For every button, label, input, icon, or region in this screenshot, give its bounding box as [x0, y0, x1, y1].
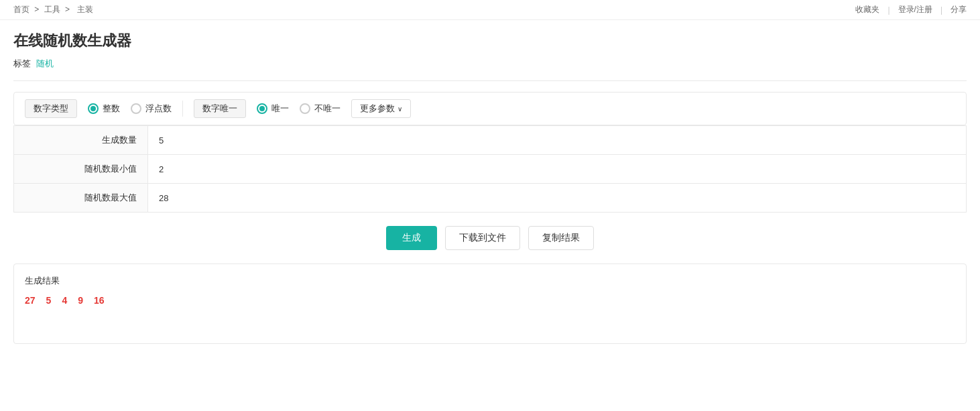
form-row-max: 随机数最大值 28 — [14, 184, 967, 213]
main-content: 在线随机数生成器 标签 随机 数字类型 整数 浮点数 数字唯一 唯一 — [0, 20, 980, 355]
radio-integer-text: 整数 — [103, 103, 120, 115]
form-row-count: 生成数量 5 — [14, 126, 967, 155]
radio-float-label[interactable]: 浮点数 — [131, 103, 172, 115]
result-number: 27 — [25, 295, 36, 306]
results-numbers: 2754916 — [25, 295, 955, 306]
result-number: 16 — [94, 295, 105, 306]
more-params-text: 更多参数 — [360, 103, 395, 115]
radio-unique-text: 唯一 — [271, 103, 289, 115]
breadcrumb-tools[interactable]: 工具 — [44, 5, 60, 14]
results-section: 生成结果 2754916 — [13, 263, 967, 344]
count-label: 生成数量 — [14, 126, 148, 155]
chevron-down-icon: ∨ — [397, 105, 402, 113]
tags-row: 标签 随机 — [13, 58, 967, 70]
radio-not-unique-label[interactable]: 不唯一 — [300, 103, 341, 115]
radio-not-unique-text: 不唯一 — [314, 103, 341, 115]
results-title: 生成结果 — [25, 275, 955, 287]
top-actions: 收藏夹 | 登录/注册 | 分享 — [855, 4, 967, 15]
min-label: 随机数最小值 — [14, 155, 148, 184]
top-bar: 首页 > 工具 > 主装 收藏夹 | 登录/注册 | 分享 — [0, 0, 980, 20]
radio-not-unique-circle — [300, 103, 310, 114]
copy-button[interactable]: 复制结果 — [528, 226, 594, 250]
max-value: 28 — [148, 184, 967, 213]
max-label: 随机数最大值 — [14, 184, 148, 213]
radio-float-text: 浮点数 — [145, 103, 172, 115]
download-button[interactable]: 下载到文件 — [445, 226, 520, 250]
action-share[interactable]: 分享 — [951, 4, 967, 15]
form-row-min: 随机数最小值 2 — [14, 155, 967, 184]
breadcrumb-home[interactable]: 首页 — [13, 5, 29, 14]
breadcrumb: 首页 > 工具 > 主装 — [13, 4, 96, 15]
form-table: 生成数量 5 随机数最小值 2 随机数最大值 28 — [13, 125, 967, 213]
generate-button[interactable]: 生成 — [386, 226, 437, 250]
radio-unique-circle — [257, 103, 267, 114]
breadcrumb-current: 主装 — [77, 5, 93, 14]
result-number: 4 — [62, 295, 67, 306]
count-value: 5 — [148, 126, 967, 155]
page-title: 在线随机数生成器 — [13, 31, 967, 51]
tag-random[interactable]: 随机 — [36, 58, 54, 70]
options-row: 数字类型 整数 浮点数 数字唯一 唯一 不唯一 更多参数 ∨ — [13, 92, 967, 125]
radio-unique-label[interactable]: 唯一 — [257, 103, 289, 115]
radio-integer-label[interactable]: 整数 — [88, 103, 120, 115]
tags-label: 标签 — [13, 58, 31, 70]
number-type-label: 数字类型 — [25, 99, 77, 118]
action-login[interactable]: 登录/注册 — [898, 4, 932, 15]
min-value: 2 — [148, 155, 967, 184]
result-number: 9 — [78, 295, 83, 306]
radio-float-circle — [131, 103, 141, 114]
separator — [182, 101, 183, 117]
buttons-row: 生成 下载到文件 复制结果 — [13, 226, 967, 250]
result-number: 5 — [46, 295, 52, 306]
action-favorites[interactable]: 收藏夹 — [855, 4, 879, 15]
radio-integer-circle — [88, 103, 99, 114]
divider — [13, 80, 967, 81]
more-params-button[interactable]: 更多参数 ∨ — [351, 99, 411, 118]
unique-label-box: 数字唯一 — [194, 99, 246, 118]
